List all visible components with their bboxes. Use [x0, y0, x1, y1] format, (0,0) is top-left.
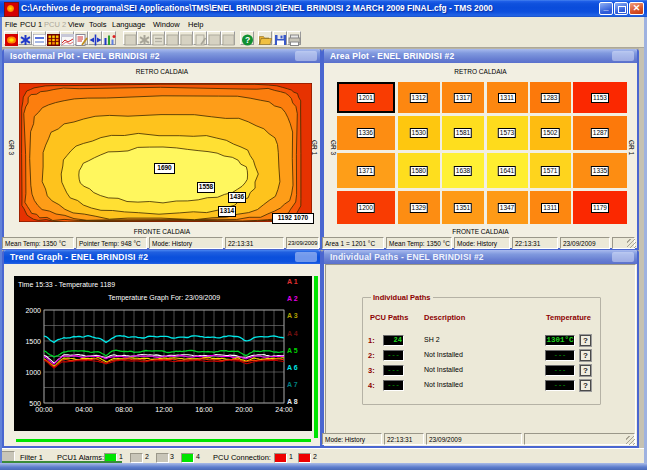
svg-text:A 8: A 8	[287, 398, 298, 405]
svg-text:A 5: A 5	[287, 347, 298, 354]
svg-text:24:00: 24:00	[275, 406, 293, 413]
svg-text:12:00: 12:00	[155, 406, 173, 413]
svg-text:1500: 1500	[25, 338, 41, 345]
svg-text:Temperature Graph For: 23/09/2: Temperature Graph For: 23/09/2009	[108, 294, 220, 302]
svg-text:?: ?	[245, 35, 250, 45]
svg-text:00:00: 00:00	[35, 406, 53, 413]
svg-text:A 2: A 2	[287, 295, 298, 302]
svg-text:A 7: A 7	[287, 381, 298, 388]
svg-text:2000: 2000	[25, 307, 41, 314]
svg-text:A 6: A 6	[287, 364, 298, 371]
svg-text:500: 500	[29, 400, 41, 407]
svg-text:20:00: 20:00	[235, 406, 253, 413]
svg-text:1000: 1000	[25, 369, 41, 376]
svg-text:A 4: A 4	[287, 330, 298, 337]
svg-text:16:00: 16:00	[195, 406, 213, 413]
svg-text:A 3: A 3	[287, 312, 298, 319]
svg-text:08:00: 08:00	[115, 406, 133, 413]
svg-text:Time 15:33 - Temperature 1189: Time 15:33 - Temperature 1189	[18, 281, 115, 289]
svg-text:A 1: A 1	[287, 278, 298, 285]
svg-text:04:00: 04:00	[75, 406, 93, 413]
